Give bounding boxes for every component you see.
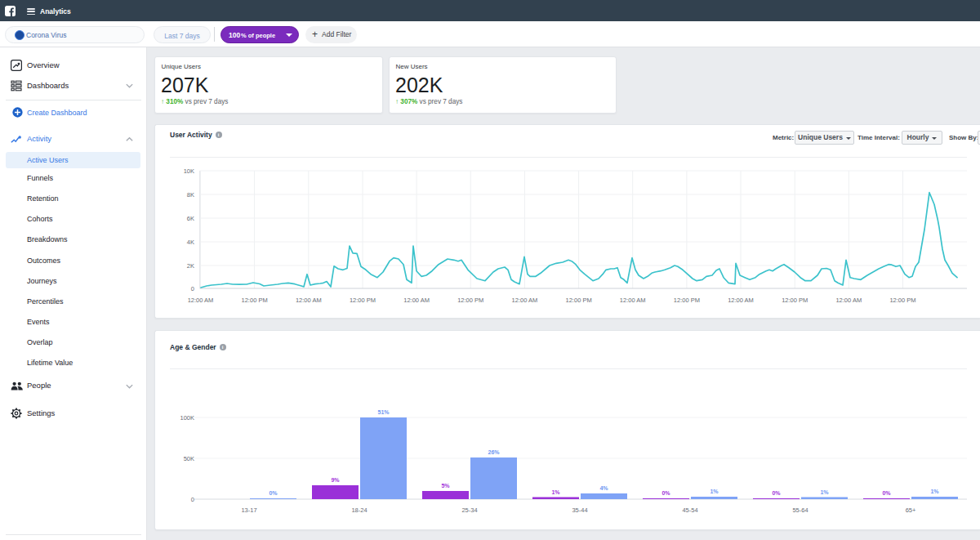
svg-text:12:00 AM: 12:00 AM <box>296 297 322 304</box>
svg-text:12:00 PM: 12:00 PM <box>350 297 376 304</box>
svg-text:12:00 AM: 12:00 AM <box>835 297 862 304</box>
svg-text:12:00 PM: 12:00 PM <box>242 297 268 304</box>
svg-text:1%: 1% <box>930 489 939 494</box>
svg-text:55-64: 55-64 <box>792 507 808 514</box>
svg-text:0%: 0% <box>772 490 781 496</box>
svg-text:100K: 100K <box>180 414 194 422</box>
svg-text:50K: 50K <box>184 455 194 462</box>
svg-text:0: 0 <box>191 496 194 503</box>
svg-text:4K: 4K <box>187 239 194 246</box>
svg-text:1%: 1% <box>551 489 560 495</box>
svg-text:13-17: 13-17 <box>241 507 256 514</box>
svg-text:35-44: 35-44 <box>572 507 587 514</box>
svg-text:9%: 9% <box>331 477 340 483</box>
svg-text:0%: 0% <box>662 490 670 496</box>
svg-text:0: 0 <box>191 285 194 292</box>
svg-text:25-34: 25-34 <box>461 507 477 514</box>
svg-text:2K: 2K <box>187 262 194 270</box>
svg-text:5%: 5% <box>441 483 450 489</box>
svg-text:12:00 PM: 12:00 PM <box>457 297 483 304</box>
svg-text:12:00 AM: 12:00 AM <box>403 297 430 304</box>
svg-text:12:00 AM: 12:00 AM <box>188 297 214 304</box>
svg-text:12:00 PM: 12:00 PM <box>782 297 808 304</box>
svg-text:10K: 10K <box>184 167 194 175</box>
svg-text:26%: 26% <box>488 449 500 455</box>
svg-text:18-24: 18-24 <box>351 507 367 514</box>
svg-text:6K: 6K <box>187 215 194 222</box>
svg-text:12:00 AM: 12:00 AM <box>512 297 538 304</box>
svg-text:4%: 4% <box>599 485 608 491</box>
svg-text:8K: 8K <box>187 191 194 199</box>
svg-text:65+: 65+ <box>906 507 916 514</box>
svg-text:51%: 51% <box>377 409 390 415</box>
svg-text:45-54: 45-54 <box>682 507 697 514</box>
svg-text:0%: 0% <box>269 490 278 496</box>
svg-text:0%: 0% <box>882 490 891 496</box>
svg-text:12:00 PM: 12:00 PM <box>889 297 915 304</box>
svg-text:12:00 PM: 12:00 PM <box>566 297 592 304</box>
svg-text:12:00 AM: 12:00 AM <box>620 297 646 304</box>
svg-text:1%: 1% <box>710 489 719 494</box>
svg-text:12:00 PM: 12:00 PM <box>674 297 700 304</box>
svg-text:1%: 1% <box>820 489 829 495</box>
svg-text:12:00 AM: 12:00 AM <box>728 297 754 304</box>
